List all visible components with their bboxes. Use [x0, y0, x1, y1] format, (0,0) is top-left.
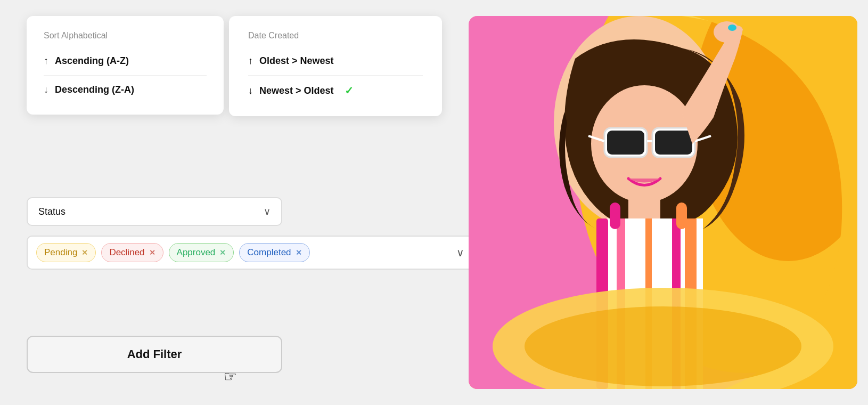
descending-label: Descending (Z-A): [55, 84, 134, 95]
date-created-title: Date Created: [248, 31, 423, 40]
ascending-label: Ascending (A-Z): [55, 55, 129, 67]
tag-approved[interactable]: Approved ✕: [169, 243, 234, 262]
svg-rect-24: [676, 203, 687, 229]
tag-completed[interactable]: Completed ✕: [239, 243, 309, 262]
svg-point-26: [525, 306, 801, 386]
newest-oldest-option[interactable]: ↓ Newest > Oldest ✓: [248, 80, 423, 101]
oldest-newest-option[interactable]: ↑ Oldest > Newest: [248, 51, 423, 71]
add-filter-label: Add Filter: [127, 347, 182, 361]
status-dropdown-label: Status: [38, 206, 65, 217]
tag-completed-label: Completed: [247, 247, 291, 258]
newest-arrow-icon: ↓: [248, 85, 253, 96]
right-panel-image: [469, 16, 857, 389]
add-filter-button[interactable]: Add Filter: [27, 336, 282, 373]
tags-expand-chevron-icon[interactable]: ∨: [456, 246, 464, 259]
svg-rect-23: [610, 203, 620, 229]
sort-ascending-option[interactable]: ↑ Ascending (A-Z): [44, 51, 207, 71]
tag-approved-remove-icon[interactable]: ✕: [219, 248, 226, 257]
tag-declined-label: Declined: [109, 247, 144, 258]
svg-point-13: [714, 21, 740, 43]
tag-pending-label: Pending: [44, 247, 77, 258]
tag-approved-label: Approved: [177, 247, 216, 258]
date-created-card: Date Created ↑ Oldest > Newest ↓ Newest …: [229, 16, 442, 116]
sort-alphabetical-title: Sort Alphabetical: [44, 31, 207, 40]
oldest-newest-label: Oldest > Newest: [259, 55, 334, 67]
sort-alphabetical-card: Sort Alphabetical ↑ Ascending (A-Z) ↓ De…: [27, 16, 224, 115]
svg-rect-8: [655, 131, 692, 155]
tag-completed-remove-icon[interactable]: ✕: [296, 248, 302, 257]
ascending-arrow-icon: ↑: [44, 55, 48, 67]
svg-rect-7: [607, 131, 644, 155]
tag-declined[interactable]: Declined ✕: [101, 243, 163, 262]
filter-section: Status ∨ Pending ✕ Declined ✕ Approved ✕: [27, 197, 479, 270]
selected-checkmark-icon: ✓: [345, 84, 354, 97]
tag-pending[interactable]: Pending ✕: [36, 243, 96, 262]
status-dropdown[interactable]: Status ∨: [27, 197, 282, 226]
sort-descending-option[interactable]: ↓ Descending (Z-A): [44, 80, 207, 100]
newest-oldest-label: Newest > Oldest: [259, 85, 334, 96]
svg-point-27: [728, 25, 736, 31]
descending-arrow-icon: ↓: [44, 84, 48, 95]
tag-declined-remove-icon[interactable]: ✕: [149, 248, 155, 257]
status-chevron-icon: ∨: [264, 206, 271, 217]
tags-row: Pending ✕ Declined ✕ Approved ✕ Complete…: [27, 236, 474, 270]
summer-photo-svg: [469, 16, 857, 389]
main-container: Sort Alphabetical ↑ Ascending (A-Z) ↓ De…: [0, 0, 868, 405]
tag-pending-remove-icon[interactable]: ✕: [81, 248, 88, 257]
oldest-arrow-icon: ↑: [248, 55, 253, 67]
